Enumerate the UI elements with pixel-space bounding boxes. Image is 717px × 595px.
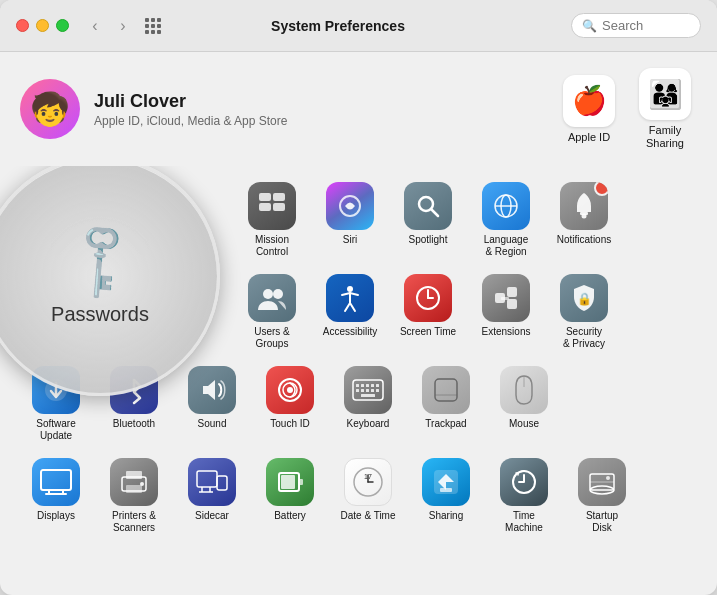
battery-label: Battery	[274, 510, 306, 522]
pref-sidecar[interactable]: Sidecar	[176, 452, 248, 540]
svg-rect-43	[41, 470, 71, 490]
users-groups-icon	[248, 274, 296, 322]
spotlight-icon	[404, 182, 452, 230]
notification-badge	[594, 182, 608, 196]
svg-rect-33	[376, 384, 379, 387]
svg-rect-64	[440, 488, 452, 492]
titlebar: ‹ › System Preferences 🔍	[0, 0, 717, 52]
apple-id-item[interactable]: 🍎 Apple ID	[557, 75, 621, 144]
keyboard-icon	[344, 366, 392, 414]
svg-rect-39	[361, 394, 375, 397]
apple-id-icon: 🍎	[563, 75, 615, 127]
user-subtitle: Apple ID, iCloud, Media & App Store	[94, 114, 543, 128]
svg-rect-3	[273, 203, 285, 211]
printers-scanners-label: Printers &Scanners	[112, 510, 156, 534]
pref-accessibility[interactable]: Accessibility	[314, 268, 386, 356]
pref-sound[interactable]: Sound	[176, 360, 248, 448]
notifications-icon	[560, 182, 608, 230]
pref-extensions[interactable]: Extensions	[470, 268, 542, 356]
svg-point-14	[347, 286, 353, 292]
pref-mouse[interactable]: Mouse	[488, 360, 560, 448]
pref-users-groups[interactable]: Users &Groups	[236, 268, 308, 356]
system-preferences-window: ‹ › System Preferences 🔍 🧒 Juli Clover A…	[0, 0, 717, 595]
svg-rect-30	[361, 384, 364, 387]
startup-disk-label: StartupDisk	[586, 510, 618, 534]
svg-rect-35	[361, 389, 364, 392]
svg-rect-34	[356, 389, 359, 392]
sharing-label: Sharing	[429, 510, 463, 522]
mouse-icon	[500, 366, 548, 414]
pref-screen-time[interactable]: Screen Time	[392, 268, 464, 356]
touch-id-icon	[266, 366, 314, 414]
accessibility-label: Accessibility	[323, 326, 377, 338]
user-info: Juli Clover Apple ID, iCloud, Media & Ap…	[94, 91, 543, 128]
back-button[interactable]: ‹	[83, 14, 107, 38]
svg-text:🔒: 🔒	[577, 291, 592, 306]
family-sharing-label: FamilySharing	[646, 124, 684, 150]
pref-mission-control[interactable]: MissionControl	[236, 176, 308, 264]
svg-point-69	[606, 476, 610, 480]
screen-time-label: Screen Time	[400, 326, 456, 338]
pref-time-machine[interactable]: TimeMachine	[488, 452, 560, 540]
date-time-icon: 17	[344, 458, 392, 506]
minimize-button[interactable]	[36, 19, 49, 32]
pref-displays[interactable]: Displays	[20, 452, 92, 540]
siri-label: Siri	[343, 234, 357, 246]
sidecar-icon	[188, 458, 236, 506]
key-icon: 🗝️	[52, 212, 148, 308]
pref-battery[interactable]: Battery	[254, 452, 326, 540]
sidecar-label: Sidecar	[195, 510, 229, 522]
sound-icon	[188, 366, 236, 414]
svg-point-50	[140, 482, 144, 486]
svg-rect-1	[273, 193, 285, 201]
security-privacy-label: Security& Privacy	[563, 326, 605, 350]
svg-rect-48	[126, 471, 142, 479]
svg-rect-36	[366, 389, 369, 392]
pref-language[interactable]: Language& Region	[470, 176, 542, 264]
software-update-label: SoftwareUpdate	[36, 418, 75, 442]
svg-rect-20	[507, 299, 517, 309]
close-button[interactable]	[16, 19, 29, 32]
profile-actions: 🍎 Apple ID 👨‍👩‍👧 FamilySharing	[557, 68, 697, 150]
svg-rect-58	[281, 475, 295, 489]
svg-point-13	[273, 289, 283, 299]
time-machine-label: TimeMachine	[505, 510, 543, 534]
pref-trackpad[interactable]: Trackpad	[410, 360, 482, 448]
maximize-button[interactable]	[56, 19, 69, 32]
pref-touch-id[interactable]: Touch ID	[254, 360, 326, 448]
screen-time-icon	[404, 274, 452, 322]
svg-rect-31	[366, 384, 369, 387]
pref-notifications[interactable]: Notifications	[548, 176, 620, 264]
pref-date-time[interactable]: 17 Date & Time	[332, 452, 404, 540]
users-groups-label: Users &Groups	[254, 326, 290, 350]
svg-point-11	[582, 214, 587, 219]
family-sharing-icon: 👨‍👩‍👧	[639, 68, 691, 120]
profile-section: 🧒 Juli Clover Apple ID, iCloud, Media & …	[0, 52, 717, 166]
svg-rect-57	[299, 479, 303, 485]
search-input[interactable]	[602, 18, 682, 33]
pref-printers-scanners[interactable]: Printers &Scanners	[98, 452, 170, 540]
search-box[interactable]: 🔍	[571, 13, 701, 38]
startup-disk-icon	[578, 458, 626, 506]
printers-scanners-icon	[110, 458, 158, 506]
displays-label: Displays	[37, 510, 75, 522]
svg-rect-38	[376, 389, 379, 392]
time-machine-icon	[500, 458, 548, 506]
battery-icon	[266, 458, 314, 506]
pref-keyboard[interactable]: Keyboard	[332, 360, 404, 448]
pref-startup-disk[interactable]: StartupDisk	[566, 452, 638, 540]
pref-sharing[interactable]: Sharing	[410, 452, 482, 540]
pref-siri[interactable]: Siri	[314, 176, 386, 264]
svg-rect-37	[371, 389, 374, 392]
mission-control-label: MissionControl	[255, 234, 289, 258]
svg-rect-19	[507, 287, 517, 297]
language-icon	[482, 182, 530, 230]
svg-point-12	[263, 289, 273, 299]
extensions-icon	[482, 274, 530, 322]
pref-security-privacy[interactable]: 🔒 Security& Privacy	[548, 268, 620, 356]
avatar[interactable]: 🧒	[20, 79, 80, 139]
notifications-label: Notifications	[557, 234, 611, 246]
security-privacy-icon: 🔒	[560, 274, 608, 322]
pref-spotlight[interactable]: Spotlight	[392, 176, 464, 264]
family-sharing-item[interactable]: 👨‍👩‍👧 FamilySharing	[633, 68, 697, 150]
